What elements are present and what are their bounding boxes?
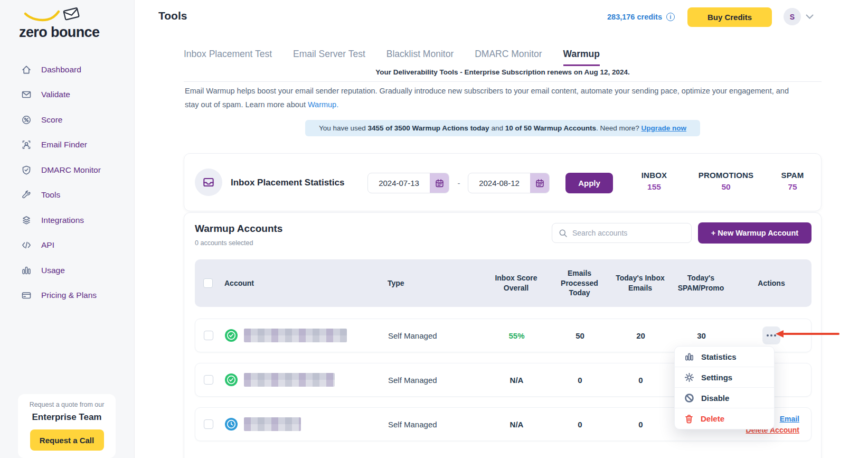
divider <box>184 81 822 82</box>
user-avatar[interactable]: S <box>784 8 801 25</box>
bar-chart-icon <box>21 265 32 276</box>
sidebar-item-label: API <box>41 240 54 250</box>
tab-blacklist-monitor[interactable]: Blacklist Monitor <box>386 49 454 66</box>
verified-status-icon <box>225 373 238 386</box>
tab-dmarc-monitor[interactable]: DMARC Monitor <box>475 49 542 66</box>
inbox-score-cell: 55% <box>484 331 550 340</box>
menu-item-settings[interactable]: Settings <box>675 367 774 388</box>
date-from-field[interactable]: 2024-07-13 <box>367 173 449 193</box>
search-accounts-input[interactable] <box>572 229 685 237</box>
type-cell: Self Managed <box>375 331 484 340</box>
logo-swoosh-icon <box>22 7 91 25</box>
todays-inbox-cell: 20 <box>610 331 671 340</box>
search-icon <box>559 229 568 238</box>
inbox-score-cell: N/A <box>484 376 550 385</box>
row-checkbox[interactable] <box>204 375 213 385</box>
inbox-icon-circle <box>195 169 222 196</box>
statistics-icon <box>684 352 694 362</box>
credit-card-icon <box>21 290 32 301</box>
menu-item-label: Statistics <box>701 352 737 361</box>
col-emails-processed: Emails Processed Today <box>549 268 610 298</box>
tools-tab-bar: Inbox Placement Test Email Server Test B… <box>184 49 600 66</box>
stat-inbox: INBOX 155 <box>617 171 691 192</box>
sidebar-item-email-finder[interactable]: Email Finder <box>0 133 135 158</box>
date-range-separator: - <box>452 173 465 193</box>
date-to-field[interactable]: 2024-08-12 <box>468 173 550 193</box>
menu-item-delete[interactable]: Delete <box>675 408 774 429</box>
sidebar-item-usage[interactable]: Usage <box>0 258 135 283</box>
stat-inbox-label: INBOX <box>617 171 691 180</box>
sidebar-item-integrations[interactable]: Integrations <box>0 208 135 233</box>
row-checkbox[interactable] <box>204 331 213 340</box>
sidebar-item-score[interactable]: Score <box>0 107 135 133</box>
menu-item-label: Settings <box>701 373 732 382</box>
inbox-placement-stats-card: Inbox Placement Statistics 2024-07-13 - … <box>184 153 822 211</box>
menu-item-statistics[interactable]: Statistics <box>675 347 774 367</box>
new-warmup-account-button[interactable]: + New Warmup Account <box>698 222 812 244</box>
sidebar-item-tools[interactable]: Tools <box>0 183 135 208</box>
tab-email-server-test[interactable]: Email Server Test <box>293 49 365 66</box>
sidebar-item-label: Tools <box>41 190 60 200</box>
col-account: Account <box>224 279 375 287</box>
stat-spam-value: 75 <box>756 182 829 192</box>
sidebar-item-pricing[interactable]: Pricing & Plans <box>0 283 135 309</box>
date-from-value[interactable]: 2024-07-13 <box>368 173 430 193</box>
request-call-button[interactable]: Request a Call <box>30 429 104 451</box>
subscription-note: Your Deliverability Tools - Enterprise S… <box>184 68 822 76</box>
upgrade-now-link[interactable]: Upgrade now <box>641 124 687 132</box>
enterprise-card-line1: Request a quote from our <box>18 401 116 408</box>
layers-icon <box>21 215 32 226</box>
shield-check-icon <box>21 165 32 175</box>
sidebar-item-label: Dashboard <box>41 65 81 74</box>
tab-inbox-placement-test[interactable]: Inbox Placement Test <box>184 49 272 66</box>
credits-balance[interactable]: 283,176 credits <box>597 13 662 21</box>
sidebar-item-dmarc-monitor[interactable]: DMARC Monitor <box>0 157 135 183</box>
zerobounce-logo[interactable]: zero bounce <box>18 7 102 42</box>
inbox-placement-stats-title: Inbox Placement Statistics <box>231 154 344 212</box>
calendar-icon <box>535 179 544 188</box>
type-cell: Self Managed <box>375 420 484 429</box>
warmup-accounts-title: Warmup Accounts <box>195 223 282 235</box>
sidebar-item-label: Usage <box>41 266 65 275</box>
table-header: Account Type Inbox Score Overall Emails … <box>195 259 812 307</box>
pending-status-icon <box>225 418 238 431</box>
redacted-account-name <box>244 329 347 342</box>
verified-status-icon <box>225 329 238 342</box>
col-todays-spam: Today's SPAM/Promo <box>671 273 731 293</box>
todays-spam-cell: 30 <box>671 331 732 340</box>
sidebar: zero bounce Dashboard Validate Score Ema… <box>0 0 135 458</box>
calendar-button[interactable] <box>430 173 449 193</box>
stat-promotions-value: 50 <box>689 182 763 192</box>
email-link[interactable]: Email <box>780 415 799 423</box>
sidebar-item-api[interactable]: API <box>0 233 135 258</box>
menu-item-disable[interactable]: Disable <box>675 388 774 408</box>
redacted-account-name <box>244 417 301 431</box>
inbox-score-cell: N/A <box>484 420 550 429</box>
date-to-value[interactable]: 2024-08-12 <box>468 173 530 193</box>
stat-inbox-value: 155 <box>617 182 691 192</box>
banner-text: and <box>489 124 505 132</box>
calendar-button[interactable] <box>530 173 549 193</box>
wrench-icon <box>21 190 32 200</box>
red-arrow-annotation-line <box>783 333 839 335</box>
todays-inbox-cell: 0 <box>610 376 671 385</box>
page-title: Tools <box>158 10 187 22</box>
inbox-tray-icon <box>202 175 215 189</box>
row-checkbox[interactable] <box>204 419 213 429</box>
select-all-checkbox[interactable] <box>203 278 213 288</box>
search-accounts-box <box>552 223 692 243</box>
tab-warmup[interactable]: Warmup <box>563 49 600 66</box>
warmup-learn-more-link[interactable]: Warmup. <box>308 100 338 109</box>
chevron-down-icon[interactable] <box>806 14 814 19</box>
sidebar-item-dashboard[interactable]: Dashboard <box>0 57 135 82</box>
enterprise-quote-card: Request a quote from our Enterprise Team… <box>18 394 116 458</box>
account-cell <box>225 329 375 342</box>
buy-credits-button[interactable]: Buy Credits <box>687 7 772 27</box>
info-icon[interactable]: i <box>666 13 675 21</box>
row-actions-dropdown: Statistics Settings Disable Delete <box>674 346 775 429</box>
home-icon <box>21 64 32 75</box>
sidebar-item-label: DMARC Monitor <box>41 165 101 175</box>
sidebar-item-validate[interactable]: Validate <box>0 82 135 108</box>
sidebar-nav: Dashboard Validate Score Email Finder DM… <box>0 57 135 308</box>
apply-button[interactable]: Apply <box>565 173 613 193</box>
